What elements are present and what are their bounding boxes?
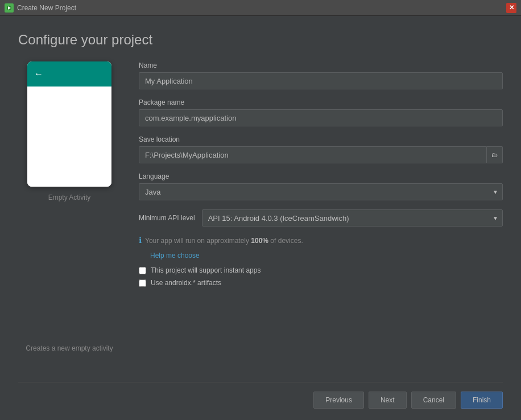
package-group: Package name [139,98,503,126]
info-icon: ℹ [139,236,142,245]
package-label: Package name [139,98,503,106]
androidx-label: Use androidx.* artifacts [151,279,221,287]
min-api-select-wrapper: API 15: Android 4.0.3 (IceCreamSandwich)… [202,209,503,227]
name-label: Name [139,61,503,69]
min-api-label: Minimum API level [139,214,195,222]
finish-button[interactable]: Finish [461,392,503,409]
save-location-input[interactable] [139,146,487,163]
dialog-content: ← Empty Activity Creates a new empty act… [18,61,503,375]
androidx-checkbox[interactable] [139,279,146,287]
min-api-row: Minimum API level API 15: Android 4.0.3 … [139,209,503,227]
cancel-button[interactable]: Cancel [411,392,456,409]
save-location-group: Save location 🗁 [139,135,503,163]
androidx-row: Use androidx.* artifacts [139,279,503,287]
phone-body [27,87,111,187]
phone-mockup: ← [27,61,111,187]
language-group: Language Java Kotlin ▼ [139,172,503,200]
name-input[interactable] [139,72,503,89]
left-panel: ← Empty Activity Creates a new empty act… [18,61,121,375]
app-icon [5,3,14,13]
browse-folder-button[interactable]: 🗁 [487,146,503,163]
help-link[interactable]: Help me choose [150,252,503,260]
save-location-label: Save location [139,135,503,143]
info-row: ℹ Your app will run on approximately 100… [139,236,503,246]
title-bar: Create New Project ✕ [0,0,521,16]
right-panel: Name Package name Save location 🗁 Langua… [139,61,503,375]
dialog-footer: Previous Next Cancel Finish [18,382,503,409]
package-input[interactable] [139,109,503,126]
instant-apps-label: This project will support instant apps [151,266,260,274]
previous-button[interactable]: Previous [313,392,364,409]
instant-apps-row: This project will support instant apps [139,266,503,274]
instant-apps-checkbox[interactable] [139,267,146,274]
info-text: Your app will run on approximately 100% … [145,236,303,246]
language-select[interactable]: Java Kotlin [139,183,503,200]
dialog: Configure your project ← Empty Activity … [0,16,521,420]
next-button[interactable]: Next [369,392,407,409]
title-bar-text: Create New Project [17,4,506,12]
back-arrow-icon: ← [34,69,43,79]
phone-header: ← [27,61,111,87]
activity-label: Empty Activity [48,193,91,201]
close-button[interactable]: ✕ [506,3,516,13]
language-label: Language [139,172,503,180]
min-api-select[interactable]: API 15: Android 4.0.3 (IceCreamSandwich)… [202,209,503,227]
name-group: Name [139,61,503,89]
dialog-title: Configure your project [18,32,503,48]
creates-label: Creates a new empty activity [26,344,113,375]
save-location-field: 🗁 [139,146,503,163]
language-select-wrapper: Java Kotlin ▼ [139,183,503,200]
